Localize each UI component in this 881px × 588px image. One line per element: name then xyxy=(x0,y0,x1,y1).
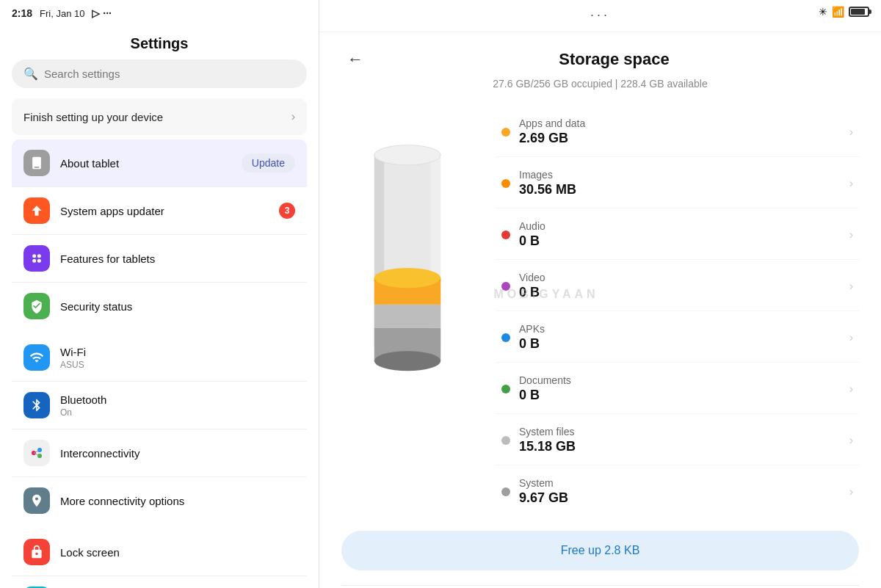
update-button[interactable]: Update xyxy=(242,153,295,173)
right-status-icons: ✳ 📶 xyxy=(819,6,869,18)
bluetooth-icon xyxy=(23,392,50,418)
security-icon xyxy=(23,293,50,319)
storage-content: ← Storage space 27.6 GB/256 GB occupied … xyxy=(319,32,881,588)
audio-chevron: › xyxy=(849,228,853,242)
settings-item-notifications[interactable]: Notifications & status bar xyxy=(12,576,307,588)
settings-item-wifi[interactable]: Wi-Fi ASUS xyxy=(12,334,307,382)
storage-item-audio[interactable]: Audio 0 B › xyxy=(496,210,859,260)
storage-item-images[interactable]: Images 30.56 MB › xyxy=(496,159,859,208)
storage-item-system[interactable]: System 9.67 GB › xyxy=(496,467,859,516)
about-tablet-icon xyxy=(23,150,50,176)
security-text: Security status xyxy=(60,300,295,313)
back-button[interactable]: ← xyxy=(341,47,369,72)
settings-group-3: Lock screen Notifications & status bar xyxy=(12,529,307,588)
wifi-sub: ASUS xyxy=(60,360,295,370)
settings-panel: 2:18 Fri, Jan 10 ▷ ··· Settings 🔍 Finish… xyxy=(0,0,319,588)
security-label: Security status xyxy=(60,300,295,313)
audio-value: 0 B xyxy=(519,233,849,249)
apks-value: 0 B xyxy=(519,336,849,352)
apks-text: APKs 0 B xyxy=(519,323,849,352)
wifi-icon xyxy=(23,344,50,371)
settings-item-interconnectivity[interactable]: Interconnectivity xyxy=(12,429,307,477)
documents-text: Documents 0 B xyxy=(519,374,849,403)
more-connectivity-text: More connectivity options xyxy=(60,495,295,507)
settings-group-1: About tablet Update System apps updater … xyxy=(12,139,307,330)
documents-dot xyxy=(501,385,510,393)
finish-setup-label: Finish setting up your device xyxy=(23,111,163,123)
settings-item-lock-screen[interactable]: Lock screen xyxy=(12,529,307,576)
settings-scroll: Finish setting up your device › About ta… xyxy=(0,94,319,588)
storage-item-system-files[interactable]: System files 15.18 GB › xyxy=(496,415,859,465)
storage-main: Apps and data 2.69 GB › Images 30.56 MB … xyxy=(341,107,859,516)
documents-value: 0 B xyxy=(519,388,849,403)
settings-item-about-tablet[interactable]: About tablet Update xyxy=(12,139,307,187)
bluetooth-status-icon: ✳ xyxy=(819,6,827,18)
right-header: ··· ✳ 📶 xyxy=(319,0,881,32)
system-chevron: › xyxy=(849,485,853,498)
storage-item-apks[interactable]: APKs 0 B › xyxy=(496,313,859,363)
apks-dot xyxy=(501,333,510,342)
video-text: Video 0 B xyxy=(519,272,849,300)
settings-item-more-connectivity[interactable]: More connectivity options xyxy=(12,477,307,524)
settings-item-bluetooth[interactable]: Bluetooth On xyxy=(12,382,307,429)
features-tablets-icon xyxy=(23,245,50,272)
settings-item-system-apps[interactable]: System apps updater 3 xyxy=(12,187,307,235)
video-label: Video xyxy=(519,272,849,283)
bluetooth-text: Bluetooth On xyxy=(60,393,295,418)
apps-label: Apps and data xyxy=(519,117,849,129)
apps-text: Apps and data 2.69 GB xyxy=(519,117,849,146)
battery-fill xyxy=(851,9,865,15)
system-apps-icon xyxy=(23,197,50,224)
system-files-value: 15.18 GB xyxy=(519,439,849,454)
finish-setup-item[interactable]: Finish setting up your device › xyxy=(12,98,307,135)
settings-item-features-tablets[interactable]: Features for tablets xyxy=(12,235,307,283)
images-chevron: › xyxy=(849,177,853,190)
date: Fri, Jan 10 xyxy=(40,8,84,19)
wifi-status-icon: 📶 xyxy=(832,6,844,18)
storage-item-documents[interactable]: Documents 0 B › xyxy=(496,364,859,414)
storage-title: Storage space xyxy=(369,50,859,69)
wifi-label: Wi-Fi xyxy=(60,346,295,358)
about-tablet-text: About tablet xyxy=(60,157,231,170)
system-value: 9.67 GB xyxy=(519,490,849,506)
settings-item-security[interactable]: Security status xyxy=(12,283,307,330)
header-dots: ··· xyxy=(590,7,610,23)
apps-value: 2.69 GB xyxy=(519,131,849,146)
documents-chevron: › xyxy=(849,382,853,396)
storage-items-list: Apps and data 2.69 GB › Images 30.56 MB … xyxy=(496,107,859,516)
about-tablet-label: About tablet xyxy=(60,157,231,170)
images-dot xyxy=(501,179,510,188)
images-label: Images xyxy=(519,169,849,181)
search-icon: 🔍 xyxy=(23,67,38,81)
system-text: System 9.67 GB xyxy=(519,477,849,506)
wifi-text: Wi-Fi ASUS xyxy=(60,346,295,370)
svg-point-21 xyxy=(374,145,440,165)
storage-item-video[interactable]: Video 0 B › xyxy=(496,261,859,311)
video-dot xyxy=(501,282,510,291)
svg-rect-1 xyxy=(35,167,40,168)
images-text: Images 30.56 MB xyxy=(519,169,849,197)
features-tablets-label: Features for tablets xyxy=(60,253,295,265)
svg-point-20 xyxy=(374,268,440,288)
interconnectivity-icon xyxy=(23,440,50,466)
apks-label: APKs xyxy=(519,323,849,335)
search-bar[interactable]: 🔍 xyxy=(12,59,307,88)
images-value: 30.56 MB xyxy=(519,182,849,197)
interconnectivity-label: Interconnectivity xyxy=(60,447,295,460)
svg-point-19 xyxy=(374,351,440,371)
more-tools: More cleaning tools xyxy=(341,585,859,588)
time: 2:18 xyxy=(12,7,32,19)
settings-title: Settings xyxy=(0,26,319,59)
free-up-button[interactable]: Free up 2.8 KB xyxy=(341,531,859,570)
system-files-chevron: › xyxy=(849,434,853,447)
audio-text: Audio 0 B xyxy=(519,220,849,249)
search-input[interactable] xyxy=(44,68,295,80)
storage-item-apps[interactable]: Apps and data 2.69 GB › xyxy=(496,107,859,157)
bluetooth-sub: On xyxy=(60,407,295,418)
storage-subtitle: 27.6 GB/256 GB occupied | 228.4 GB avail… xyxy=(341,78,859,90)
system-dot xyxy=(501,487,510,496)
lock-screen-icon xyxy=(23,539,50,565)
svg-point-5 xyxy=(37,259,41,263)
battery-indicator xyxy=(849,7,869,17)
storage-panel: ··· ✳ 📶 ← Storage space 27.6 GB/256 GB o… xyxy=(319,0,881,588)
